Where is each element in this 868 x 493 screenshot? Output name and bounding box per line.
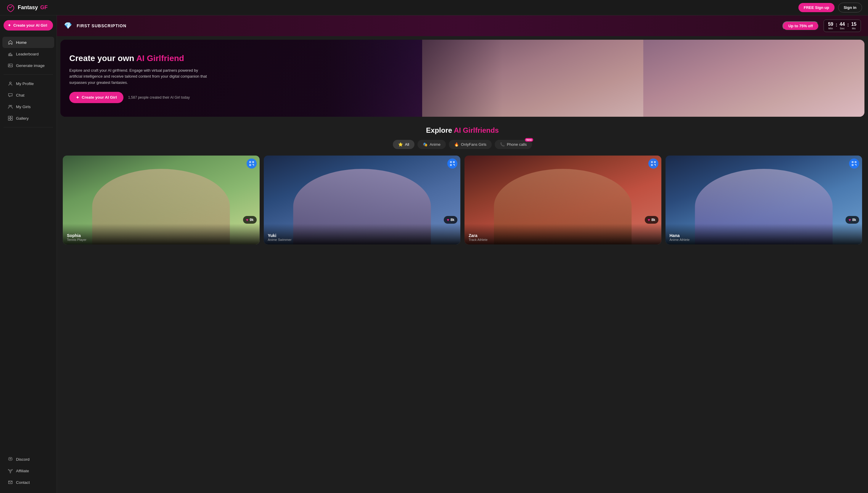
svg-rect-20 <box>453 162 454 163</box>
card-3-like-count: 8k <box>651 218 655 222</box>
sidebar-item-leaderboard[interactable]: Leaderboard <box>2 48 54 60</box>
svg-rect-0 <box>8 54 10 56</box>
timer-minutes: 59 Min <box>828 22 833 30</box>
svg-rect-19 <box>450 162 452 163</box>
discord-icon <box>8 456 13 462</box>
heart-icon-2: ♥ <box>447 217 449 222</box>
svg-point-4 <box>9 65 10 65</box>
logo[interactable]: FantasyGF <box>6 3 48 13</box>
girl-card-4[interactable]: ♥ 8k Hana Anime Athlete <box>665 155 862 244</box>
svg-point-5 <box>9 82 11 84</box>
main-content: 💎 FIRST SUBSCRIPTION Up to 75% off 59 Mi… <box>57 16 868 493</box>
card-1-likes: ♥ 9k <box>243 216 257 224</box>
explore-section: Explore AI Girlfriends ⭐ All 🎭 Anime 🔥 O… <box>57 120 868 249</box>
svg-point-13 <box>8 469 9 470</box>
star-icon: ⭐ <box>398 142 403 147</box>
hero-social-proof: 1,587 people created their AI Girl today <box>128 95 190 100</box>
svg-point-12 <box>9 470 11 471</box>
card-2-name: Yuki <box>268 233 457 238</box>
sidebar-nav-bottom: Discord Affiliate Contact <box>0 453 56 488</box>
filter-tab-all[interactable]: ⭐ All <box>393 140 414 149</box>
hero-title-pink: AI Girlfriend <box>136 53 184 63</box>
card-2-info: Yuki Anime Swimmer <box>264 224 461 244</box>
girl-card-3[interactable]: ♥ 8k Zara Track Athlete <box>464 155 661 244</box>
onlyfans-icon: 🔥 <box>454 142 459 147</box>
sidebar-home-label: Home <box>16 40 27 45</box>
sidebar-item-affiliate[interactable]: Affiliate <box>2 465 54 476</box>
svg-rect-24 <box>651 165 653 166</box>
svg-rect-10 <box>8 119 10 120</box>
gallery-icon <box>8 115 13 121</box>
sidebar-item-mygirls[interactable]: My Girls <box>2 101 54 112</box>
card-4-name: Hana <box>670 233 858 238</box>
hero-title: Create your own AI Girlfriend <box>69 53 211 63</box>
svg-rect-2 <box>11 55 13 56</box>
card-4-scan-button[interactable] <box>849 158 859 169</box>
card-4-tag: Anime Athlete <box>670 238 858 241</box>
timer-ms-label: Ms <box>851 27 856 30</box>
svg-rect-26 <box>855 162 856 163</box>
card-3-scan-button[interactable] <box>648 158 658 169</box>
timer-ms: 15 Ms <box>851 22 856 30</box>
filter-anime-label: Anime <box>430 142 440 147</box>
svg-rect-11 <box>11 119 13 120</box>
sidebar-divider-2 <box>4 127 53 127</box>
timer-min-value: 59 <box>828 22 833 27</box>
heart-icon-1: ♥ <box>246 217 248 222</box>
sidebar-item-home[interactable]: Home <box>2 37 54 48</box>
card-4-likes: ♥ 8k <box>845 216 859 224</box>
hero-create-button[interactable]: ✦ Create your AI Girl <box>69 92 123 103</box>
card-1-tag: Tennis Player <box>67 238 255 241</box>
card-2-like-count: 8k <box>451 218 454 222</box>
sidebar-item-chat[interactable]: Chat <box>2 89 54 101</box>
card-3-likes: ♥ 8k <box>645 216 658 224</box>
svg-point-15 <box>10 472 11 473</box>
sidebar-leaderboard-label: Leaderboard <box>16 52 39 56</box>
sidebar-create-button[interactable]: ✦ Create your AI Girl <box>4 20 53 30</box>
hero-create-label: Create your AI Girl <box>82 95 117 100</box>
explore-title-pink: AI Girlfriends <box>454 126 499 134</box>
sidebar-item-discord[interactable]: Discord <box>2 454 54 465</box>
promo-discount-button[interactable]: Up to 75% off <box>782 21 819 30</box>
filter-tabs: ⭐ All 🎭 Anime 🔥 OnlyFans Girls 📞 Phone c… <box>63 140 862 149</box>
svg-rect-3 <box>8 64 13 67</box>
logo-gf-text: GF <box>40 4 48 11</box>
sidebar-item-contact[interactable]: Contact <box>2 477 54 488</box>
card-1-scan-button[interactable] <box>247 158 257 169</box>
sidebar-item-gallery[interactable]: Gallery <box>2 112 54 124</box>
new-badge: New <box>525 138 533 142</box>
promo-banner: 💎 FIRST SUBSCRIPTION Up to 75% off 59 Mi… <box>57 16 868 36</box>
diamond-icon: 💎 <box>64 22 72 30</box>
svg-rect-22 <box>651 162 653 163</box>
chat-icon <box>8 92 13 98</box>
sidebar-generate-label: Generate image <box>16 63 45 68</box>
promo-text: FIRST SUBSCRIPTION <box>77 23 778 28</box>
card-3-info: Zara Track Athlete <box>464 224 661 244</box>
filter-tab-phonecalls[interactable]: 📞 Phone calls New <box>495 140 532 149</box>
sidebar-item-generate[interactable]: Generate image <box>2 60 54 71</box>
sidebar-item-myprofile[interactable]: My Profile <box>2 78 54 89</box>
signup-button[interactable]: FREE Sign up <box>798 3 835 12</box>
sidebar-myprofile-label: My Profile <box>16 82 34 86</box>
card-2-tag: Anime Swimmer <box>268 238 457 241</box>
svg-rect-1 <box>10 53 11 56</box>
card-4-like-count: 8k <box>852 218 856 222</box>
girl-card-1[interactable]: ♥ 9k Sophia Tennis Player <box>63 155 260 244</box>
sidebar-affiliate-label: Affiliate <box>16 469 29 473</box>
filter-all-label: All <box>405 142 409 147</box>
svg-rect-23 <box>654 162 656 163</box>
filter-tab-onlyfans[interactable]: 🔥 OnlyFans Girls <box>449 140 492 149</box>
svg-rect-8 <box>8 116 10 118</box>
signin-button[interactable]: Sign in <box>838 3 862 13</box>
contact-icon <box>8 480 13 485</box>
svg-rect-17 <box>253 162 254 163</box>
girl-card-2[interactable]: ♥ 8k Yuki Anime Swimmer <box>264 155 461 244</box>
filter-tab-anime[interactable]: 🎭 Anime <box>417 140 446 149</box>
card-2-scan-button[interactable] <box>447 158 457 169</box>
timer-sec-label: Sec <box>840 27 845 30</box>
header-actions: FREE Sign up Sign in <box>798 3 862 13</box>
create-wand-icon: ✦ <box>76 95 79 100</box>
heart-icon-4: ♥ <box>848 217 851 222</box>
hero-actions: ✦ Create your AI Girl 1,587 people creat… <box>69 92 211 103</box>
svg-rect-27 <box>852 165 853 166</box>
